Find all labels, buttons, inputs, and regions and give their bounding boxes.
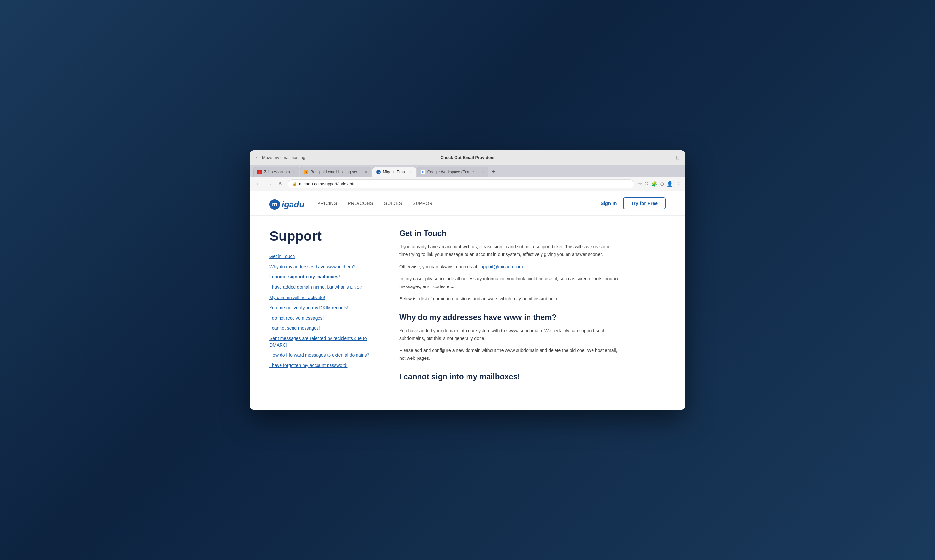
get-in-touch-para-4: Below is a list of common questions and …	[399, 295, 620, 303]
shield-icon: 🛡	[644, 182, 648, 186]
window-icon: ⊡	[676, 154, 680, 161]
page-content: migadu PRICING PRO/CONS GUIDES SUPPORT S…	[250, 191, 685, 410]
tab-migadu-close[interactable]: ✕	[409, 170, 412, 174]
tab-migadu[interactable]: m Migadu Email ✕	[372, 167, 416, 177]
browser-window: ← Move my email hosting Check Out Email …	[250, 150, 685, 410]
try-for-free-button[interactable]: Try for Free	[623, 197, 665, 209]
sidebar-link-dkim[interactable]: You are not verifying my DKIM records!	[270, 305, 380, 311]
sidebar-link-www[interactable]: Why do my addresses have www in them?	[270, 264, 380, 270]
section-get-in-touch-title: Get in Touch	[399, 229, 620, 238]
google-favicon: G	[421, 170, 425, 174]
content-area: Get in Touch If you already have an acco…	[399, 229, 620, 386]
get-in-touch-para-1: If you already have an account with us, …	[399, 243, 620, 258]
www-para-1: You have added your domain into our syst…	[399, 327, 620, 343]
title-bar-left: ← Move my email hosting	[255, 155, 305, 160]
sidebar-link-forgot-password[interactable]: I have forgotten my account password!	[270, 362, 380, 369]
add-tab-button[interactable]: +	[489, 168, 498, 177]
tab-google-label: Google Workspace (Formerly G...	[427, 170, 479, 174]
nav-support[interactable]: SUPPORT	[413, 201, 436, 206]
star-icon[interactable]: ☆	[638, 181, 642, 187]
extension-icon[interactable]: 🧩	[651, 181, 658, 187]
tab-best-paid-close[interactable]: ✕	[364, 170, 367, 174]
bookmark-icon[interactable]: ⊙	[660, 181, 664, 187]
back-button[interactable]: ←	[254, 180, 262, 188]
title-bar-right: ⊡	[676, 154, 680, 161]
section-cannot-sign: I cannot sign into my mailboxes!	[399, 372, 620, 381]
nav-guides[interactable]: GUIDES	[384, 201, 402, 206]
sidebar-title: Support	[270, 229, 380, 244]
get-in-touch-para-3: In any case, please include all necessar…	[399, 275, 620, 291]
tab-google[interactable]: G Google Workspace (Formerly G... ✕	[417, 167, 488, 177]
tab-best-paid-label: Best paid email hosting servic...	[310, 170, 362, 174]
address-bar-actions: ☆ 🛡 🧩 ⊙ 👤 ⋮	[638, 181, 681, 187]
zoho-favicon: Z	[257, 170, 262, 174]
section-www: Why do my addresses have www in them? Yo…	[399, 313, 620, 362]
site-nav: PRICING PRO/CONS GUIDES SUPPORT	[317, 201, 600, 206]
title-bar-back-text[interactable]: Move my email hosting	[262, 155, 305, 160]
tab-google-close[interactable]: ✕	[481, 170, 484, 174]
nav-procons[interactable]: PRO/CONS	[348, 201, 373, 206]
address-bar: ← → ↻ 🔒 migadu.com/support/index.html ☆ …	[250, 177, 685, 191]
sidebar-nav: Get in Touch Why do my addresses have ww…	[270, 253, 380, 369]
tab-zoho-label: Zoho Accounts	[264, 170, 290, 174]
migadu-favicon: m	[376, 170, 381, 174]
sidebar-link-dns[interactable]: I have added domain name, but what is DN…	[270, 284, 380, 291]
back-arrow-icon: ←	[255, 155, 259, 160]
sidebar-link-forward[interactable]: How do I forward messages to external do…	[270, 352, 380, 358]
www-para-2: Please add and configure a new domain wi…	[399, 347, 620, 362]
tab-zoho[interactable]: Z Zoho Accounts ✕	[253, 167, 299, 177]
sidebar-link-no-receive[interactable]: I do not receive messages!	[270, 315, 380, 322]
main-layout: Support Get in Touch Why do my addresses…	[250, 216, 639, 399]
logo-text: migadu	[270, 197, 304, 209]
sidebar: Support Get in Touch Why do my addresses…	[270, 229, 380, 386]
sidebar-link-cannot-send[interactable]: I cannot send messages!	[270, 325, 380, 332]
sidebar-link-dmarc[interactable]: Sent messages are rejected by recipients…	[270, 335, 380, 348]
section-cannot-sign-title: I cannot sign into my mailboxes!	[399, 372, 620, 381]
url-text: migadu.com/support/index.html	[299, 182, 358, 186]
forward-button[interactable]: →	[266, 180, 273, 188]
tab-bar: Z Zoho Accounts ✕ Y Best paid email host…	[250, 165, 685, 177]
title-bar: ← Move my email hosting Check Out Email …	[250, 150, 685, 165]
url-bar[interactable]: 🔒 migadu.com/support/index.html	[288, 179, 635, 188]
refresh-button[interactable]: ↻	[277, 180, 284, 188]
logo[interactable]: migadu	[270, 197, 304, 209]
get-in-touch-para-2: Otherwise, you can always reach us at su…	[399, 263, 620, 271]
header-actions: Sign In Try for Free	[600, 197, 665, 209]
section-get-in-touch: Get in Touch If you already have an acco…	[399, 229, 620, 303]
sidebar-link-get-in-touch[interactable]: Get in Touch	[270, 253, 380, 260]
section-www-title: Why do my addresses have www in them?	[399, 313, 620, 322]
tab-migadu-label: Migadu Email	[383, 170, 407, 174]
lock-icon: 🔒	[293, 182, 297, 186]
sign-in-link[interactable]: Sign In	[600, 200, 616, 206]
menu-icon[interactable]: ⋮	[676, 181, 681, 187]
sidebar-link-activate[interactable]: My domain will not activate!	[270, 295, 380, 301]
tab-zoho-close[interactable]: ✕	[292, 170, 295, 174]
site-header: migadu PRICING PRO/CONS GUIDES SUPPORT S…	[250, 191, 685, 216]
tab-best-paid[interactable]: Y Best paid email hosting servic... ✕	[300, 167, 371, 177]
support-email-link[interactable]: support@migadu.com	[479, 264, 523, 269]
nav-pricing[interactable]: PRICING	[317, 201, 337, 206]
sidebar-link-cannot-sign[interactable]: I cannot sign into my mailboxes!	[270, 274, 380, 280]
best-paid-favicon: Y	[304, 170, 308, 174]
title-bar-center-title: Check Out Email Providers	[441, 155, 495, 160]
profile-icon[interactable]: 👤	[667, 181, 673, 187]
